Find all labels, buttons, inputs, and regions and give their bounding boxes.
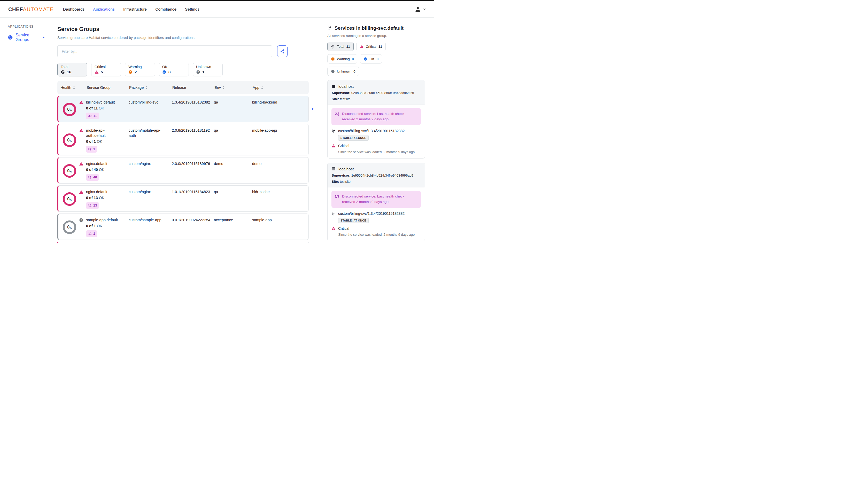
sort-icon[interactable] — [73, 86, 75, 90]
status-chip-label: Unknown — [337, 69, 351, 73]
chef-automate-logo[interactable]: CHEFAUTOMATE — [8, 6, 54, 12]
table-row[interactable]: 0% nginx.default 0 of 13OK 13 custom/ngi… — [57, 185, 309, 212]
health-percent: 0 — [67, 168, 69, 174]
column-label: Health — [60, 86, 71, 90]
status-filter-label: Critical — [95, 65, 118, 69]
dots-grid-icon — [332, 211, 336, 216]
service-group-cell: nginx.default 0 of 13OK 13 — [86, 189, 129, 209]
filter-input[interactable] — [57, 45, 272, 57]
sort-icon[interactable] — [261, 86, 263, 90]
service-group-name: billing-svc.default — [86, 100, 122, 105]
share-button[interactable] — [277, 45, 287, 57]
service-group-list: 0% billing-svc.default 0 of 11OK 11 cust… — [57, 96, 309, 240]
health-cell: 0% — [61, 161, 86, 181]
env-cell: demo — [214, 161, 252, 181]
disconnected-count-pill[interactable]: 1 — [86, 230, 97, 237]
table-row[interactable]: 0% sample-app.default 0 of 1OK 1 custom/… — [57, 214, 309, 240]
column-header[interactable]: App — [253, 86, 309, 90]
status-filter-card[interactable]: Unknown 1 — [193, 63, 223, 76]
nav-item[interactable]: Settings — [185, 7, 199, 11]
column-header[interactable]: Env — [214, 86, 253, 90]
health-cell: 0% — [61, 189, 86, 209]
status-filter-count: 1 — [202, 70, 204, 74]
column-label: Package — [129, 86, 144, 90]
service-package-ident: custom/billing-svc/1.3.4/20190115182382 — [338, 129, 405, 133]
status-filter-card[interactable]: Critical 5 — [91, 63, 121, 76]
nav-item[interactable]: Infrastructure — [123, 7, 147, 11]
sidebar-item-service-groups[interactable]: Service Groups — [0, 33, 48, 42]
package-cell: custom/nginx — [129, 161, 167, 181]
status-chip[interactable]: Total 11 — [327, 42, 354, 51]
nav-item[interactable]: Compliance — [155, 7, 177, 11]
health-donut: 0% — [63, 164, 76, 177]
table-row[interactable]: 0% mobile-api-auth.default 0 of 1OK 1 cu… — [57, 124, 309, 155]
sort-icon[interactable] — [222, 86, 225, 90]
sort-icon[interactable] — [145, 86, 148, 90]
release-cell: 2.0.8/20190115181192 — [172, 128, 214, 153]
service-card[interactable]: localhost Supervisor: 1e95554f-2cb8-4c52… — [327, 163, 425, 241]
service-card-body: Disconnected service: Last health check … — [328, 105, 425, 158]
nav-item[interactable]: Dashboards — [63, 7, 85, 11]
status-filter-label: Unknown — [196, 65, 219, 69]
service-package-row: custom/billing-svc/1.3.4/20190115182382 — [332, 129, 421, 133]
status-filter-card[interactable]: Warning 2 — [125, 63, 155, 76]
disconnected-count-pill[interactable]: 13 — [86, 202, 99, 209]
service-card-body: Disconnected service: Last health check … — [328, 188, 425, 241]
disconnected-count: 40 — [93, 175, 97, 180]
page-title: Service Groups — [57, 26, 309, 33]
service-card-header: localhost Supervisor: 029a3a8a-20ac-4590… — [328, 80, 425, 105]
status-chip[interactable]: Unknown 0 — [327, 67, 359, 76]
status-chip-label: OK — [369, 57, 375, 61]
service-card[interactable]: localhost Supervisor: 029a3a8a-20ac-4590… — [327, 80, 425, 159]
nav-item[interactable]: Applications — [93, 7, 115, 11]
disconnected-count-pill[interactable]: 40 — [86, 174, 99, 181]
status-filter-card[interactable]: OK 8 — [159, 63, 189, 76]
critical-icon — [332, 144, 336, 148]
ok-summary: 0 of 11OK — [86, 106, 125, 111]
logo-chef: CHEF — [8, 6, 23, 12]
row-status-icon — [79, 100, 84, 104]
status-filter-card[interactable]: Total 16 — [57, 63, 87, 76]
broken-link-icon — [335, 111, 339, 116]
column-header[interactable]: Package — [129, 86, 172, 90]
row-status-icon — [79, 218, 84, 222]
row-detail-arrow-icon[interactable] — [311, 107, 315, 111]
column-header[interactable]: Health — [60, 86, 87, 90]
user-icon — [414, 6, 421, 12]
column-header[interactable]: Release — [172, 86, 214, 90]
status-filter-label: Warning — [128, 65, 152, 69]
main-nav: Dashboards Applications Infrastructure C… — [63, 7, 199, 11]
row-status-icon — [79, 190, 84, 194]
user-menu[interactable] — [414, 6, 426, 12]
broken-link-icon — [88, 175, 92, 179]
app-header: CHEFAUTOMATE Dashboards Applications Inf… — [0, 1, 434, 18]
panel-title: Services in billing-svc.default — [327, 25, 425, 31]
disconnected-count-pill[interactable]: 11 — [86, 112, 99, 119]
status-chip[interactable]: OK 0 — [360, 54, 382, 64]
channel-strategy-badge: STABLE: AT-ONCE — [338, 135, 369, 141]
service-group-name: mobile-api-auth.default — [86, 128, 122, 138]
table-row[interactable]: 0% nginx.default 0 of 40OK 40 custom/ngi… — [57, 157, 309, 184]
status-chip[interactable]: Critical 11 — [356, 42, 386, 51]
service-card-header: localhost Supervisor: 1e95554f-2cb8-4c52… — [328, 163, 425, 188]
column-label: App — [253, 86, 259, 90]
disconnected-count-pill[interactable]: 1 — [86, 146, 97, 153]
env-cell: acceptance — [214, 217, 252, 237]
column-header[interactable]: Service Group — [87, 86, 129, 90]
service-health-row: Critical — [332, 144, 421, 148]
status-chip[interactable]: Warning 0 — [327, 54, 357, 64]
service-group-cell: sample-app.default 0 of 1OK 1 — [86, 217, 129, 237]
status-chip-icon — [360, 45, 364, 48]
status-filter-icon — [61, 70, 65, 74]
service-group-cell: nginx.default 0 of 40OK 40 — [86, 161, 129, 181]
table-row[interactable]: 0% billing-svc.default 0 of 11OK 11 cust… — [57, 96, 309, 122]
health-percent: 0 — [67, 107, 69, 112]
status-chip-label: Total — [337, 45, 344, 48]
status-chip-icon — [331, 57, 335, 61]
service-status-chips: Total 11 Critical 11 Warning 0 O — [327, 42, 415, 76]
share-icon — [280, 49, 285, 54]
status-filter-icon — [196, 70, 200, 74]
app-cell: demo — [252, 161, 308, 181]
service-group-cell: mobile-api-auth.default 0 of 1OK 1 — [86, 128, 129, 153]
column-label: Service Group — [87, 86, 111, 90]
